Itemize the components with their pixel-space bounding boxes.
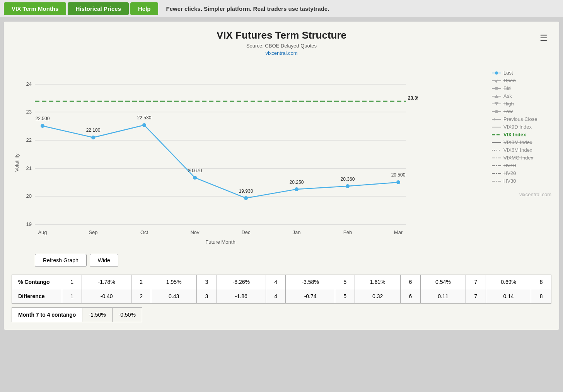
data-point-feb [346,184,350,188]
contango-table: % Contango 1 -1.78% 2 1.95% 3 -8.26% 4 -… [12,275,551,304]
difference-row: Difference 1 -0.40 2 0.43 3 -1.86 4 -0.7… [12,289,551,304]
contango-idx-1: 1 [62,275,82,289]
tab-historical-prices[interactable]: Historical Prices [68,2,129,15]
diff-idx-3: 3 [197,289,217,304]
contango-idx-8: 8 [531,275,551,289]
tab-vix-term-months[interactable]: VIX Term Months [4,2,66,15]
diff-idx-7: 7 [466,289,486,304]
legend-label-vixmo: VIXMO Index [503,155,533,161]
diff-val-7: 0.14 [486,289,531,304]
y-label-21: 21 [26,165,32,171]
x-label-dec: Dec [241,229,251,235]
chart-svg-container: Volatility [12,62,486,249]
contango-idx-3: 3 [197,275,217,289]
legend-ask: Ask [492,93,551,99]
chart-svg: Volatility [12,62,418,248]
contango-idx-4: 4 [266,275,285,289]
contango-row: % Contango 1 -1.78% 2 1.95% 3 -8.26% 4 -… [12,275,551,289]
legend-label-prev-close: Previous Close [503,116,537,122]
legend-label-bid: Bid [503,85,511,91]
label-dec: 19.930 [239,188,253,194]
legend: Last Open Bid Ask [486,62,551,197]
legend-watermark: vixcentral.com [492,192,551,197]
x-label-sep: Sep [89,229,97,235]
futures-line [43,125,398,198]
diff-val-4: -0.74 [286,289,335,304]
contango-val-7: 0.69% [486,275,531,289]
legend-hv20: HV20 [492,170,551,176]
summary-val1: -1.50% [82,308,112,322]
legend-label-hv20: HV20 [503,170,516,176]
y-label-19: 19 [26,221,32,227]
x-axis-title: Future Month [205,239,235,245]
data-point-nov [193,176,197,180]
contango-val-4: -3.58% [286,275,335,289]
nav-bar: VIX Term Months Historical Prices Help F… [0,0,563,18]
chart-area: Volatility [12,62,551,249]
x-label-nov: Nov [190,229,200,235]
diff-idx-1: 1 [62,289,82,304]
diff-idx-8: 8 [531,289,551,304]
data-point-sep [91,136,95,139]
diff-val-1: -0.40 [82,289,131,304]
chart-wrapper: ☰ VIX Futures Term Structure Source: CBO… [12,29,551,267]
diff-val-2: 0.43 [151,289,197,304]
diff-idx-4: 4 [266,289,285,304]
label-nov: 20.670 [188,168,202,173]
legend-low: Low [492,109,551,114]
hamburger-menu[interactable]: ☰ [540,33,548,43]
legend-open: Open [492,78,551,83]
contango-val-5: 1.61% [355,275,401,289]
label-aug: 22.500 [36,116,50,121]
contango-val-2: 1.95% [151,275,197,289]
legend-label-open: Open [503,78,516,83]
chart-title: VIX Futures Term Structure [12,29,551,41]
x-label-aug: Aug [38,229,47,235]
contango-idx-2: 2 [131,275,151,289]
svg-rect-11 [495,87,498,90]
x-label-feb: Feb [343,229,352,235]
nav-tagline: Fewer clicks. Simpler platform. Real tra… [166,5,329,12]
legend-vix9d: VIX9D Index [492,124,551,130]
legend-label-vix3m: VIX3M Index [503,139,532,145]
legend-last: Last [492,70,551,76]
contango-label: % Contango [12,275,62,289]
label-sep: 22.100 [86,127,101,133]
difference-label: Difference [12,289,62,304]
summary-val2: -0.50% [112,308,142,322]
x-label-jan: Jan [293,229,301,235]
main-content: ☰ VIX Futures Term Structure Source: CBO… [4,22,559,330]
legend-label-vix6m: VIX6M Index [503,147,532,153]
diff-val-6: 0.11 [420,289,466,304]
legend-label-vix9d: VIX9D Index [503,124,532,130]
legend-high: High [492,101,551,107]
diff-val-5: 0.32 [355,289,401,304]
y-label-23: 23 [26,109,32,115]
contango-idx-5: 5 [335,275,355,289]
data-point-oct [142,123,146,127]
data-point-dec [244,196,248,200]
tab-help[interactable]: Help [130,2,159,15]
vix-value-label: 23.39 [408,95,418,101]
diff-idx-2: 2 [131,289,151,304]
chart-link[interactable]: vixcentral.com [12,50,551,56]
wide-button[interactable]: Wide [90,254,118,267]
legend-vix6m: VIX6M Index [492,147,551,153]
x-label-oct: Oct [140,229,148,235]
summary-label: Month 7 to 4 contango [12,308,82,322]
contango-val-6: 0.54% [420,275,466,289]
label-oct: 22.530 [137,115,152,120]
contango-val-3: -8.26% [217,275,266,289]
contango-val-1: -1.78% [82,275,131,289]
contango-idx-6: 6 [401,275,420,289]
svg-marker-19 [494,118,496,120]
diff-idx-5: 5 [335,289,355,304]
refresh-graph-button[interactable]: Refresh Graph [35,254,87,267]
legend-label-ask: Ask [503,93,512,99]
y-axis-label: Volatility [14,153,20,172]
legend-hv10: HV10 [492,163,551,168]
summary-row: Month 7 to 4 contango -1.50% -0.50% [12,308,142,322]
y-label-20: 20 [26,193,32,199]
data-point-jan [295,187,299,191]
label-mar: 20.500 [391,172,406,178]
